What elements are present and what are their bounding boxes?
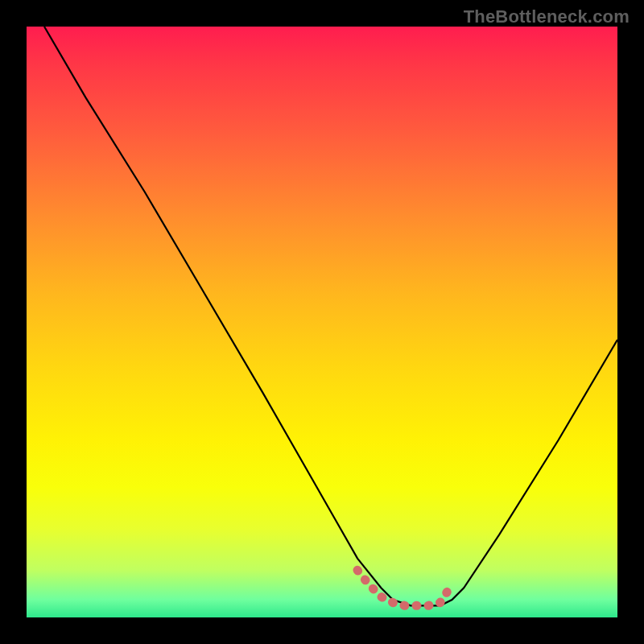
watermark-text: TheBottleneck.com — [464, 6, 630, 27]
chart-frame: TheBottleneck.com — [0, 0, 644, 644]
curve-layer — [27, 27, 617, 617]
bottleneck-curve — [44, 27, 617, 605]
plot-area — [27, 27, 617, 617]
